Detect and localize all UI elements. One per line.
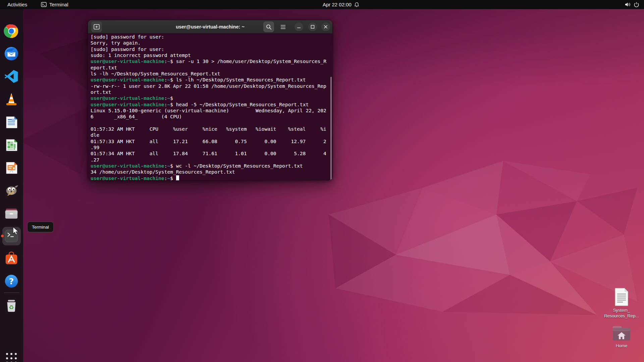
dock-item-google-chrome[interactable]	[4, 23, 19, 39]
search-button[interactable]	[263, 21, 274, 32]
terminal-line: Sorry, try again.	[91, 40, 330, 46]
dock-item-thunderbird[interactable]	[4, 46, 19, 61]
terminal-line: sudo: 1 incorrect password attempt	[91, 52, 330, 58]
close-button[interactable]	[321, 22, 330, 31]
terminal-cursor	[176, 175, 179, 181]
focused-app-label: Terminal	[49, 2, 68, 7]
vlc-icon	[4, 92, 19, 107]
dock-item-libreoffice-calc[interactable]	[4, 137, 19, 153]
terminal-line: 01:57:33 AM HKT all 17.21 66.08 0.75 0.0…	[91, 138, 330, 144]
ubuntu-software-icon	[4, 251, 19, 266]
focused-app-indicator[interactable]: Terminal	[38, 0, 72, 9]
maximize-button[interactable]	[308, 22, 317, 31]
clock-button[interactable]: Apr 22 02:00	[319, 0, 363, 9]
svg-text:?: ?	[9, 277, 14, 286]
show-applications-button[interactable]	[5, 352, 18, 362]
new-tab-button[interactable]	[91, 21, 102, 32]
dock-item-trash[interactable]: ♻	[4, 298, 19, 313]
power-icon	[634, 2, 639, 7]
files-icon	[4, 205, 19, 221]
desktop-icon-label: Home	[602, 343, 641, 349]
terminal-line: [sudo] password for user:	[91, 46, 330, 52]
google-chrome-icon	[4, 23, 19, 39]
dock-item-gimp[interactable]	[4, 182, 19, 198]
dock-item-vscode[interactable]	[4, 69, 19, 84]
dock-item-help[interactable]: ?	[4, 274, 19, 289]
activities-button[interactable]: Activities	[4, 0, 31, 9]
terminal-line: ls -lh ~/Desktop/System_Resources_Report…	[91, 71, 330, 77]
terminal-content[interactable]: [sudo] password for user: Sorry, try aga…	[88, 34, 332, 180]
text-file-icon	[614, 288, 629, 306]
clock-label: Apr 22 02:00	[323, 2, 352, 7]
dock-item-libreoffice-impress[interactable]	[4, 160, 19, 176]
hamburger-menu-icon	[280, 25, 286, 29]
terminal-line: 6 _x86_64_ (4 CPU)	[91, 114, 330, 120]
dock-item-vlc[interactable]	[4, 92, 19, 107]
libreoffice-calc-icon	[4, 137, 19, 153]
terminal-line: user@user-virtual-machine:~$ head -5 ~/D…	[91, 102, 330, 108]
home-folder-icon	[612, 326, 631, 342]
desktop-icon-report-file[interactable]: System_ Resources_Rep...	[602, 288, 641, 319]
terminal-line: Linux 5.15.0-100-generic (user-virtual-m…	[91, 108, 330, 114]
terminal-line: user@user-virtual-machine:~$ ls -lh ~/De…	[91, 77, 330, 83]
terminal-icon	[41, 2, 47, 7]
gimp-icon	[4, 182, 19, 198]
libreoffice-writer-icon	[4, 115, 19, 130]
terminal-output: [sudo] password for user: Sorry, try aga…	[91, 34, 330, 181]
terminal-line: user@user-virtual-machine:~$	[91, 175, 330, 181]
terminal-line: -rw-rw-r-- 1 user user 2.8K Apr 22 01:58…	[91, 83, 330, 89]
terminal-line: dle	[91, 132, 330, 138]
terminal-line: .99	[91, 144, 330, 150]
desktop-icon-label: Resources_Rep...	[602, 313, 641, 319]
terminal-window: user@user-virtual-machine: ~	[88, 20, 333, 181]
scrollbar-thumb[interactable]	[330, 77, 332, 180]
volume-icon	[625, 2, 631, 7]
terminal-line: user@user-virtual-machine:~$	[91, 95, 330, 101]
close-icon	[324, 25, 328, 29]
mouse-cursor	[12, 227, 19, 237]
dock-item-files[interactable]	[4, 205, 19, 221]
dock-divider	[4, 293, 19, 293]
thunderbird-icon	[4, 46, 19, 61]
dock-item-libreoffice-writer[interactable]	[4, 115, 19, 130]
terminal-line: .27	[91, 157, 330, 163]
top-bar: Activities Terminal Apr 22 02:00	[0, 0, 644, 9]
menu-button[interactable]	[278, 21, 288, 32]
desktop-icon-home[interactable]: Home	[602, 326, 641, 349]
terminal-line: ort.txt	[91, 89, 330, 95]
maximize-icon	[311, 25, 315, 29]
vscode-icon	[4, 69, 19, 84]
help-icon: ?	[4, 274, 19, 289]
search-icon	[266, 24, 272, 30]
terminal-line: eport.txt	[91, 65, 330, 71]
terminal-line: user@user-virtual-machine:~$ sar -u 1 30…	[91, 58, 330, 64]
libreoffice-impress-icon	[4, 160, 19, 176]
dock-tooltip-label: Terminal	[32, 225, 49, 230]
minimize-button[interactable]	[294, 22, 303, 31]
window-titlebar[interactable]: user@user-virtual-machine: ~	[88, 20, 332, 34]
notification-bell-icon	[354, 2, 359, 7]
terminal-line	[91, 120, 330, 126]
terminal-line: 01:57:34 AM HKT all 17.84 71.61 1.01 0.0…	[91, 150, 330, 157]
dock-tooltip: Terminal	[27, 222, 54, 232]
minimize-icon	[297, 25, 301, 29]
terminal-running-indicator	[1, 235, 4, 237]
trash-icon: ♻	[4, 298, 19, 313]
svg-text:♻: ♻	[9, 304, 14, 311]
dock-item-ubuntu-software[interactable]	[4, 251, 19, 266]
dock: ? ♻	[0, 9, 23, 362]
desktop-icon-label: System_	[602, 307, 641, 313]
new-tab-icon	[94, 24, 100, 29]
terminal-line: 01:57:32 AM HKT CPU %user %nice %system …	[91, 126, 330, 132]
system-status-area[interactable]	[621, 0, 643, 9]
activities-label: Activities	[7, 2, 27, 7]
terminal-line: [sudo] password for user:	[91, 34, 330, 40]
terminal-line: user@user-virtual-machine:~$ wc -l ~/Des…	[91, 163, 330, 169]
terminal-line: 34 /home/user/Desktop/System_Resources_R…	[91, 169, 330, 175]
